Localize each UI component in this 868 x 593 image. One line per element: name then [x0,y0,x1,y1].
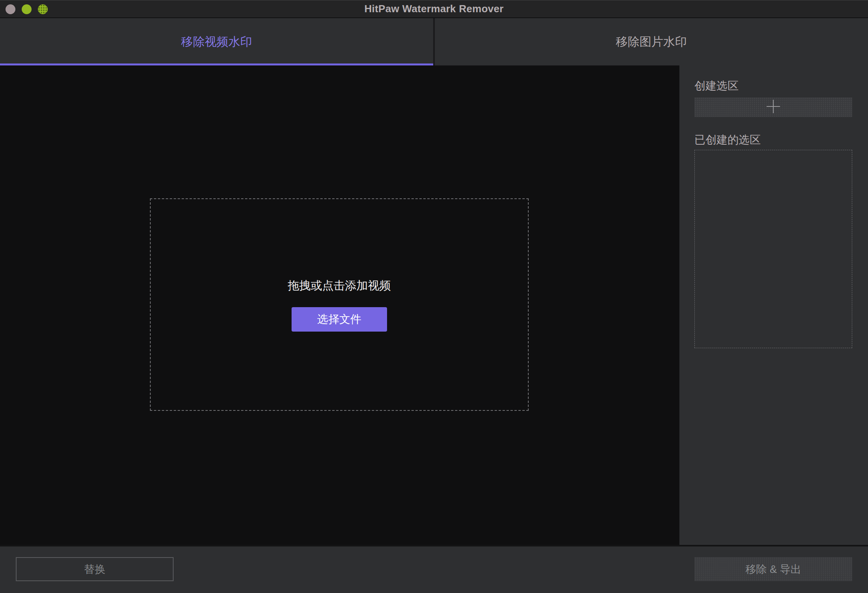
minimize-button[interactable] [22,4,32,14]
main-canvas: 拖拽或点击添加视频 选择文件 [0,65,679,545]
created-selections-label: 已创建的选区 [694,132,761,147]
traffic-lights [6,0,48,18]
window-titlebar: HitPaw Watermark Remover [0,0,868,18]
app-window: HitPaw Watermark Remover 移除视频水印 移除图片水印 拖… [0,0,868,593]
tab-bar: 移除视频水印 移除图片水印 [0,18,868,65]
created-selections-panel [694,150,852,348]
replace-button[interactable]: 替换 [16,557,174,581]
create-selection-label: 创建选区 [694,78,739,93]
choose-file-button[interactable]: 选择文件 [292,307,387,332]
tab-remove-image-watermark[interactable]: 移除图片水印 [435,18,868,65]
right-sidebar: 创建选区 已创建的选区 [679,65,868,545]
close-button[interactable] [6,4,15,14]
zoom-button[interactable] [38,4,48,14]
window-title: HitPaw Watermark Remover [364,3,503,15]
video-drop-zone[interactable]: 拖拽或点击添加视频 选择文件 [150,198,529,411]
tab-remove-video-watermark[interactable]: 移除视频水印 [0,18,433,65]
plus-icon [765,99,781,116]
drop-hint-text: 拖拽或点击添加视频 [288,278,391,294]
remove-export-button[interactable]: 移除 & 导出 [694,557,852,581]
add-selection-button[interactable] [694,97,852,117]
footer-bar: 替换 移除 & 导出 [0,546,868,593]
